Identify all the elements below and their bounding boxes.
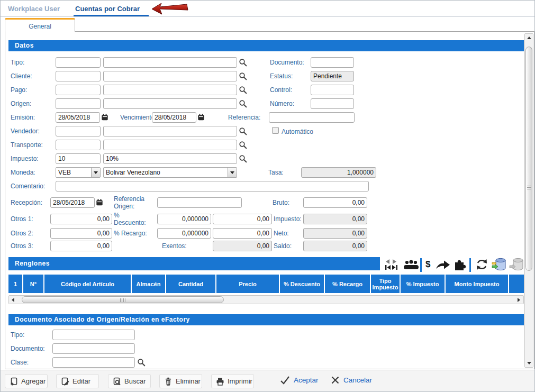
cancelar-button[interactable]: Cancelar bbox=[331, 376, 372, 385]
control-input[interactable] bbox=[311, 85, 354, 95]
referencia-origen-input[interactable] bbox=[157, 197, 242, 208]
automatico-checkbox[interactable] bbox=[272, 127, 279, 134]
vendedor-search-icon[interactable] bbox=[239, 127, 247, 135]
tasa-label: Tasa: bbox=[268, 169, 284, 176]
impuesto-code-input[interactable] bbox=[56, 153, 101, 164]
origen-search-icon[interactable] bbox=[239, 99, 247, 108]
hscroll-left-button[interactable] bbox=[9, 296, 18, 304]
tab-general[interactable]: General bbox=[5, 18, 75, 32]
pago-desc-input[interactable] bbox=[103, 85, 237, 95]
otros3-input[interactable] bbox=[50, 241, 112, 251]
pago-code-input[interactable] bbox=[56, 85, 101, 95]
pago-search-icon[interactable] bbox=[239, 86, 247, 94]
grid-horizontal-scrollbar[interactable] bbox=[8, 295, 524, 304]
emision-label: Emisión: bbox=[11, 114, 35, 121]
origen-label: Origen: bbox=[11, 100, 31, 107]
moneda-code-dropdown-icon[interactable] bbox=[91, 168, 100, 177]
people-icon[interactable] bbox=[403, 259, 420, 270]
monto-descuento-input[interactable] bbox=[213, 214, 272, 224]
buscar-button[interactable]: Buscar bbox=[108, 374, 151, 388]
pct-recargo-input[interactable] bbox=[157, 228, 211, 239]
grid-col-cantidad[interactable]: Cantidad bbox=[166, 275, 215, 293]
vscroll-thumb[interactable] bbox=[525, 47, 532, 271]
cliente-code-input[interactable] bbox=[56, 71, 101, 81]
vendedor-code-input[interactable] bbox=[56, 126, 101, 136]
puzzle-icon[interactable] bbox=[453, 258, 467, 271]
documento-label: Documento: bbox=[270, 59, 304, 66]
otros2-input[interactable] bbox=[50, 228, 112, 239]
transporte-search-icon[interactable] bbox=[239, 141, 247, 149]
asociado-documento-label: Documento: bbox=[11, 345, 45, 352]
aceptar-label: Aceptar bbox=[294, 376, 319, 384]
vscroll-down-button[interactable] bbox=[525, 359, 533, 367]
vencimiento-calendar-icon[interactable] bbox=[197, 113, 205, 121]
referencia-input[interactable] bbox=[269, 112, 355, 123]
recepcion-calendar-icon[interactable] bbox=[96, 198, 103, 206]
asociado-documento-input[interactable] bbox=[52, 343, 135, 354]
cliente-search-icon[interactable] bbox=[239, 72, 247, 80]
aceptar-button[interactable]: Aceptar bbox=[280, 376, 319, 385]
grid-col-pct-descuento[interactable]: % Descuento bbox=[280, 275, 324, 293]
otros1-label: Otros 1: bbox=[11, 215, 33, 223]
dollar-icon[interactable]: $ bbox=[425, 259, 430, 270]
moneda-code-value: VEB bbox=[58, 169, 71, 176]
grid-col-almacen[interactable]: Almacén bbox=[132, 275, 165, 293]
asociado-clase-input[interactable] bbox=[52, 357, 135, 368]
grid-col-pct-recargo[interactable]: % Recargo bbox=[325, 275, 370, 293]
vscroll-up-button[interactable] bbox=[525, 34, 533, 42]
impuesto-desc-input[interactable] bbox=[103, 153, 237, 164]
moneda-desc-dropdown-icon[interactable] bbox=[228, 168, 237, 177]
cliente-desc-input[interactable] bbox=[103, 71, 237, 81]
tipo-code-input[interactable] bbox=[56, 57, 101, 68]
recepcion-date-input[interactable] bbox=[50, 197, 95, 208]
transporte-code-input[interactable] bbox=[56, 140, 101, 150]
tasa-input bbox=[301, 167, 376, 178]
emision-calendar-icon[interactable] bbox=[101, 113, 108, 121]
grid-col-pct-impuesto[interactable]: % Impuesto bbox=[401, 275, 445, 293]
moneda-desc-select[interactable]: Bolivar Venezolano bbox=[103, 167, 237, 178]
refresh-icon[interactable] bbox=[475, 259, 488, 270]
annotation-arrow-icon bbox=[151, 2, 189, 16]
tab-cuentas-por-cobrar[interactable]: Cuentas por Cobrar bbox=[75, 5, 140, 13]
tipo-desc-input[interactable] bbox=[103, 57, 237, 68]
vencimiento-date-input[interactable] bbox=[152, 112, 196, 123]
agregar-button[interactable]: Agregar bbox=[5, 374, 48, 388]
imprimir-button[interactable]: Imprimir bbox=[211, 374, 254, 388]
asociado-clase-search-icon[interactable] bbox=[137, 358, 146, 367]
eliminar-button[interactable]: Eliminar bbox=[159, 374, 202, 388]
comentario-input[interactable] bbox=[56, 181, 369, 192]
grid-col-numero[interactable]: N° bbox=[23, 275, 43, 293]
transporte-desc-input[interactable] bbox=[103, 140, 237, 150]
section-header-renglones: Renglones bbox=[8, 257, 380, 270]
moneda-code-select[interactable]: VEB bbox=[56, 167, 101, 178]
otros1-input[interactable] bbox=[50, 214, 112, 224]
pct-descuento-input[interactable] bbox=[157, 214, 211, 224]
control-label: Control: bbox=[270, 86, 292, 94]
grid-col-codigo-articulo[interactable]: Código del Artículo bbox=[44, 275, 131, 293]
printer-icon bbox=[216, 377, 224, 386]
pct-descuento-label: % Descuento: bbox=[114, 212, 152, 226]
documento-input[interactable] bbox=[311, 57, 354, 68]
database-export-icon[interactable] bbox=[492, 258, 506, 271]
emision-date-input[interactable] bbox=[56, 112, 100, 123]
origen-desc-input[interactable] bbox=[103, 98, 237, 109]
impuesto-search-icon[interactable] bbox=[239, 154, 247, 163]
hscroll-right-button[interactable] bbox=[514, 296, 523, 304]
asociado-tipo-input[interactable] bbox=[52, 330, 135, 340]
grid-col-precio[interactable]: Precio bbox=[216, 275, 279, 293]
tab-workplace-user[interactable]: Workplace User bbox=[8, 5, 60, 13]
tipo-label: Tipo: bbox=[11, 59, 24, 66]
monto-recargo-input[interactable] bbox=[213, 228, 272, 239]
panel-vertical-scrollbar[interactable] bbox=[524, 33, 533, 368]
vendedor-desc-input[interactable] bbox=[103, 126, 237, 136]
forward-arrow-icon[interactable] bbox=[436, 260, 450, 270]
grid-col-tipo-impuesto[interactable]: Tipo Impuesto bbox=[371, 275, 400, 293]
hscroll-thumb[interactable] bbox=[22, 296, 224, 303]
origen-code-input[interactable] bbox=[56, 98, 101, 109]
grid-nav-arrows-icon[interactable] bbox=[383, 258, 400, 271]
tipo-search-icon[interactable] bbox=[239, 58, 247, 67]
editar-button[interactable]: Editar bbox=[56, 374, 99, 388]
grid-col-monto-impuesto[interactable]: Monto Impuesto bbox=[446, 275, 508, 293]
numero-input[interactable] bbox=[311, 98, 354, 109]
bruto-input[interactable] bbox=[303, 197, 367, 208]
